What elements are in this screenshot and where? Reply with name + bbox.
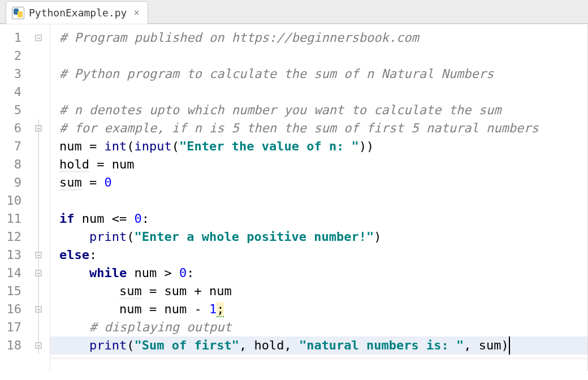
code-line: # for example, if n is 5 then the sum of… xyxy=(50,119,588,137)
line-number: 1 xyxy=(0,29,27,47)
line-number: 4 xyxy=(0,83,27,101)
line-number: 3 xyxy=(0,65,27,83)
line-number: 18 xyxy=(0,336,27,355)
line-number: 16 xyxy=(0,300,27,318)
code-line: hold = num xyxy=(50,156,588,174)
line-number: 13 xyxy=(0,246,27,264)
code-line: num = num - 1; xyxy=(50,300,588,318)
line-number: 11 xyxy=(0,210,27,228)
line-number: 14 xyxy=(0,264,27,282)
fold-gutter: −−−−−− xyxy=(27,24,50,371)
editor-gutters: 123456789101112131415161718 −−−−−− xyxy=(0,24,50,371)
line-number-gutter: 123456789101112131415161718 xyxy=(0,24,27,371)
line-number: 12 xyxy=(0,228,27,246)
fold-cell: − xyxy=(27,29,50,47)
code-line xyxy=(50,192,588,210)
tab-bar: PythonExample.py × xyxy=(0,0,588,24)
code-line xyxy=(50,83,588,101)
code-line: sum = 0 xyxy=(50,174,588,192)
code-line: print("Enter a whole positive number!") xyxy=(50,228,588,246)
code-line xyxy=(50,47,588,65)
close-icon[interactable]: × xyxy=(133,8,139,18)
code-line: # n denotes upto which number you want t… xyxy=(50,101,588,119)
line-number: 9 xyxy=(0,174,27,192)
code-line: while num > 0: xyxy=(50,264,588,282)
editor-tab[interactable]: PythonExample.py × xyxy=(6,1,148,24)
line-number: 15 xyxy=(0,282,27,300)
text-caret xyxy=(509,336,510,355)
code-line: print("Sum of first", hold, "natural num… xyxy=(50,336,588,355)
fold-cell xyxy=(27,101,50,119)
code-line: if num <= 0: xyxy=(50,210,588,228)
python-file-icon xyxy=(12,7,24,19)
fold-cell xyxy=(27,83,50,101)
end-of-file-rule xyxy=(50,358,588,359)
code-line: else: xyxy=(50,246,588,264)
line-number: 10 xyxy=(0,192,27,210)
fold-toggle-icon[interactable]: − xyxy=(36,35,42,41)
code-line: num = int(input("Enter the value of n: "… xyxy=(50,137,588,156)
line-number: 6 xyxy=(0,119,27,137)
line-number: 8 xyxy=(0,156,27,174)
code-line: # displaying output xyxy=(50,318,588,336)
code-editor[interactable]: 123456789101112131415161718 −−−−−− # Pro… xyxy=(0,24,588,371)
fold-cell xyxy=(27,65,50,83)
tab-filename: PythonExample.py xyxy=(29,7,127,19)
line-number: 5 xyxy=(0,101,27,119)
fold-cell xyxy=(27,47,50,65)
line-number: 2 xyxy=(0,47,27,65)
line-number: 17 xyxy=(0,318,27,336)
code-line: # Program published on https://beginners… xyxy=(50,29,588,47)
code-line: sum = sum + num xyxy=(50,282,588,300)
line-number: 7 xyxy=(0,137,27,156)
code-line: # Python program to calculate the sum of… xyxy=(50,65,588,83)
code-area[interactable]: # Program published on https://beginners… xyxy=(50,24,588,371)
